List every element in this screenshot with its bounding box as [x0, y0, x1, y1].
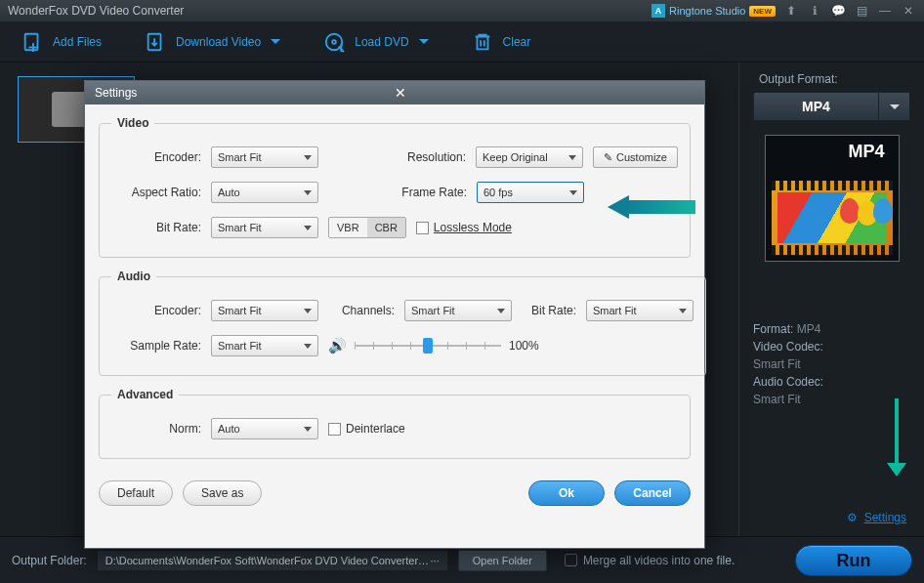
dvd-icon — [323, 31, 345, 53]
audio-fieldset: Audio Encoder: Smart Fit Channels: Smart… — [99, 270, 706, 376]
titlebar: WonderFox DVD Video Converter A Ringtone… — [0, 0, 924, 21]
checkbox-icon — [328, 423, 341, 436]
volume-slider[interactable] — [355, 345, 501, 347]
output-folder-label: Output Folder: — [12, 554, 87, 567]
add-files-button[interactable]: Add Files — [10, 21, 113, 62]
chevron-down-icon — [878, 93, 909, 120]
format-info: Format: MP4 Video Codec: Smart Fit Audio… — [753, 320, 910, 408]
norm-select[interactable]: Auto — [211, 418, 318, 439]
add-files-icon — [21, 31, 43, 53]
open-folder-button[interactable]: Open Folder — [458, 550, 547, 571]
ringtone-icon: A — [651, 4, 665, 18]
chevron-down-icon — [271, 39, 280, 44]
channels-select[interactable]: Smart Fit — [404, 300, 512, 321]
aspect-ratio-select[interactable]: Auto — [211, 182, 318, 203]
close-icon[interactable]: ✕ — [901, 4, 916, 18]
clear-button[interactable]: Clear — [460, 21, 543, 62]
audio-encoder-select[interactable]: Smart Fit — [211, 300, 318, 321]
run-button[interactable]: Run — [795, 545, 912, 576]
gear-icon: ⚙ — [847, 511, 861, 524]
vbr-cbr-toggle[interactable]: VBR CBR — [328, 217, 406, 238]
ok-button[interactable]: Ok — [528, 480, 605, 506]
sample-rate-select[interactable]: Smart Fit — [211, 335, 318, 356]
volume-value: 100% — [509, 339, 539, 353]
chat-icon[interactable]: 💬 — [830, 4, 846, 18]
new-badge: NEW — [749, 6, 776, 17]
annotation-arrow-down — [887, 398, 906, 477]
advanced-fieldset: Advanced Norm: Auto Deinterlace — [99, 388, 691, 459]
lossless-checkbox[interactable]: Lossless Mode — [416, 221, 512, 234]
resolution-select[interactable]: Keep Original — [476, 146, 583, 168]
save-as-button[interactable]: Save as — [183, 480, 262, 506]
svg-point-5 — [332, 40, 336, 44]
frame-rate-select[interactable]: 60 fps — [477, 182, 584, 203]
checkbox-icon — [565, 554, 577, 566]
cancel-button[interactable]: Cancel — [614, 480, 691, 506]
pencil-icon: ✎ — [604, 151, 612, 164]
deinterlace-checkbox[interactable]: Deinterlace — [328, 422, 405, 436]
checkbox-icon — [416, 222, 429, 234]
default-button[interactable]: Default — [99, 480, 173, 506]
settings-dialog: Settings ✕ Video Encoder: Smart Fit Reso… — [84, 80, 705, 549]
minimize-icon[interactable]: — — [877, 4, 893, 18]
video-fieldset: Video Encoder: Smart Fit Resolution: Kee… — [99, 116, 691, 258]
video-encoder-select[interactable]: Smart Fit — [211, 146, 318, 168]
customize-button[interactable]: ✎Customize — [593, 146, 678, 168]
dialog-titlebar: Settings ✕ — [85, 81, 704, 104]
format-artwork: MP4 — [765, 135, 900, 262]
video-bitrate-select[interactable]: Smart Fit — [211, 217, 318, 238]
audio-bitrate-select[interactable]: Smart Fit — [586, 300, 693, 321]
upload-icon[interactable]: ⬆ — [783, 4, 799, 18]
download-video-button[interactable]: Download Video — [133, 21, 292, 62]
output-format-label: Output Format: — [753, 72, 910, 86]
settings-link[interactable]: ⚙ Settings — [847, 511, 906, 524]
layout-icon[interactable]: ▤ — [854, 4, 869, 18]
volume-icon: 🔊 — [328, 337, 347, 354]
output-format-button[interactable]: MP4 — [753, 92, 910, 121]
ringtone-studio-link[interactable]: A Ringtone Studio NEW — [651, 4, 776, 18]
dialog-footer: Default Save as Ok Cancel — [85, 479, 704, 514]
download-icon — [145, 31, 166, 53]
merge-checkbox[interactable]: Merge all videos into one file. — [565, 554, 735, 567]
output-folder-field[interactable]: D:\Documents\WonderFox Soft\WonderFox DV… — [97, 550, 448, 571]
info-icon[interactable]: ℹ — [807, 4, 822, 18]
trash-icon — [472, 31, 493, 53]
main-toolbar: Add Files Download Video Load DVD Clear — [0, 21, 924, 62]
chevron-down-icon — [419, 39, 429, 44]
dialog-close-button[interactable]: ✕ — [395, 85, 694, 101]
app-title: WonderFox DVD Video Converter — [8, 4, 651, 18]
load-dvd-button[interactable]: Load DVD — [312, 21, 440, 62]
